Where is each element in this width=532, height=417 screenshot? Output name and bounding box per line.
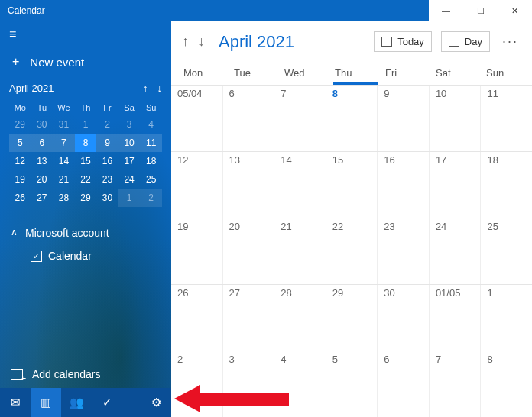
view-day-button[interactable]: Day <box>441 31 490 52</box>
mini-day-cell[interactable]: 9 <box>96 134 118 152</box>
mini-day-cell[interactable]: 10 <box>118 134 141 152</box>
add-calendars-label: Add calendars <box>32 368 101 380</box>
day-cell[interactable]: 6 <box>378 351 430 417</box>
day-cell[interactable]: 2 <box>171 351 223 417</box>
day-cell[interactable]: 12 <box>171 152 223 218</box>
day-cell[interactable]: 23 <box>378 218 430 284</box>
day-cell[interactable]: 9 <box>378 86 430 151</box>
mini-day-cell[interactable]: 3 <box>118 115 141 134</box>
mini-dow-cell: Tu <box>31 100 54 115</box>
day-cell[interactable]: 11 <box>481 86 532 151</box>
mini-day-cell[interactable]: 12 <box>9 152 31 170</box>
mini-day-cell[interactable]: 2 <box>140 189 162 207</box>
checkbox-icon[interactable]: ✓ <box>31 251 42 262</box>
mini-day-cell[interactable]: 25 <box>140 170 162 189</box>
day-cell[interactable]: 5 <box>326 351 378 417</box>
hamburger-icon[interactable]: ≡ <box>0 21 171 47</box>
weekday-cell: Fri <box>381 63 431 85</box>
mini-day-cell[interactable]: 16 <box>96 152 118 170</box>
todo-icon[interactable]: ✓ <box>92 388 122 417</box>
calendar-checkbox-row[interactable]: ✓ Calendar <box>11 239 161 262</box>
mini-calendar-title[interactable]: April 2021 <box>9 82 54 94</box>
day-cell[interactable]: 14 <box>274 152 326 218</box>
maximize-button[interactable]: ☐ <box>463 0 498 21</box>
mini-day-cell[interactable]: 14 <box>53 152 75 170</box>
mini-day-cell[interactable]: 30 <box>31 115 54 134</box>
day-cell[interactable]: 8 <box>326 86 378 151</box>
settings-icon[interactable]: ⚙ <box>141 388 171 417</box>
mini-day-cell[interactable]: 13 <box>31 152 54 170</box>
prev-period-icon[interactable]: ↑ <box>182 34 189 50</box>
mini-day-cell[interactable]: 1 <box>118 189 141 207</box>
people-icon[interactable]: 👥 <box>61 388 92 417</box>
mini-day-cell[interactable]: 26 <box>9 189 31 207</box>
day-cell[interactable]: 6 <box>223 86 275 151</box>
mini-day-cell[interactable]: 6 <box>31 134 54 152</box>
calendar-row: 05/0467891011 <box>171 85 532 151</box>
mini-day-cell[interactable]: 1 <box>75 115 97 134</box>
day-cell[interactable]: 8 <box>481 351 532 417</box>
day-cell[interactable]: 01/05 <box>430 285 482 351</box>
mini-day-cell[interactable]: 29 <box>75 189 97 207</box>
mini-day-cell[interactable]: 17 <box>118 152 141 170</box>
today-button[interactable]: Today <box>374 31 432 52</box>
day-cell[interactable]: 16 <box>378 152 430 218</box>
month-title[interactable]: April 2021 <box>219 32 294 52</box>
mini-day-cell[interactable]: 23 <box>96 170 118 189</box>
mini-day-cell[interactable]: 11 <box>140 134 162 152</box>
mini-next-icon[interactable]: ↓ <box>157 82 163 94</box>
mini-day-cell[interactable]: 15 <box>75 152 97 170</box>
account-toggle[interactable]: ∧ Microsoft account <box>11 227 161 239</box>
mini-day-cell[interactable]: 22 <box>75 170 97 189</box>
add-calendars-button[interactable]: Add calendars <box>0 360 171 388</box>
day-cell[interactable]: 7 <box>274 86 326 151</box>
day-cell[interactable]: 26 <box>171 285 223 351</box>
mini-day-cell[interactable]: 24 <box>118 170 141 189</box>
day-cell[interactable]: 05/04 <box>171 86 223 151</box>
day-cell[interactable]: 29 <box>326 285 378 351</box>
mini-day-cell[interactable]: 5 <box>9 134 31 152</box>
day-cell[interactable]: 21 <box>274 218 326 284</box>
day-cell[interactable]: 22 <box>326 218 378 284</box>
more-icon[interactable]: ··· <box>499 34 521 50</box>
day-cell[interactable]: 13 <box>223 152 275 218</box>
day-cell[interactable]: 10 <box>430 86 482 151</box>
mini-day-cell[interactable]: 28 <box>53 189 75 207</box>
mini-day-cell[interactable]: 21 <box>53 170 75 189</box>
day-cell[interactable]: 18 <box>481 152 532 218</box>
day-cell[interactable]: 3 <box>223 351 275 417</box>
day-cell[interactable]: 17 <box>430 152 482 218</box>
mini-day-cell[interactable]: 20 <box>31 170 54 189</box>
day-cell[interactable]: 25 <box>481 218 532 284</box>
day-cell[interactable]: 20 <box>223 218 275 284</box>
title-bar: Calendar — ☐ ✕ <box>0 0 532 21</box>
close-button[interactable]: ✕ <box>498 0 532 21</box>
mini-day-cell[interactable]: 19 <box>9 170 31 189</box>
mini-day-cell[interactable]: 8 <box>75 134 97 152</box>
minimize-button[interactable]: — <box>429 0 463 21</box>
day-cell[interactable]: 24 <box>430 218 482 284</box>
calendar-icon[interactable]: ▥ <box>31 388 61 417</box>
day-cell[interactable]: 19 <box>171 218 223 284</box>
mini-day-cell[interactable]: 7 <box>53 134 75 152</box>
day-cell[interactable]: 7 <box>430 351 482 417</box>
day-cell[interactable]: 1 <box>481 285 532 351</box>
mini-day-cell[interactable]: 27 <box>31 189 54 207</box>
mini-day-cell[interactable]: 18 <box>140 152 162 170</box>
day-cell[interactable]: 4 <box>274 351 326 417</box>
weekday-cell: Tue <box>229 63 280 85</box>
calendar-row: 2345678 <box>171 351 532 417</box>
mini-day-cell[interactable]: 4 <box>140 115 162 134</box>
day-cell[interactable]: 15 <box>326 152 378 218</box>
mini-day-cell[interactable]: 31 <box>53 115 75 134</box>
mail-icon[interactable]: ✉ <box>0 388 31 417</box>
new-event-button[interactable]: + New event <box>0 47 171 76</box>
mini-day-cell[interactable]: 30 <box>96 189 118 207</box>
mini-day-cell[interactable]: 29 <box>9 115 31 134</box>
day-cell[interactable]: 28 <box>274 285 326 351</box>
next-period-icon[interactable]: ↓ <box>198 34 205 50</box>
mini-prev-icon[interactable]: ↑ <box>143 82 148 94</box>
mini-day-cell[interactable]: 2 <box>96 115 118 134</box>
day-cell[interactable]: 30 <box>378 285 430 351</box>
day-cell[interactable]: 27 <box>223 285 275 351</box>
